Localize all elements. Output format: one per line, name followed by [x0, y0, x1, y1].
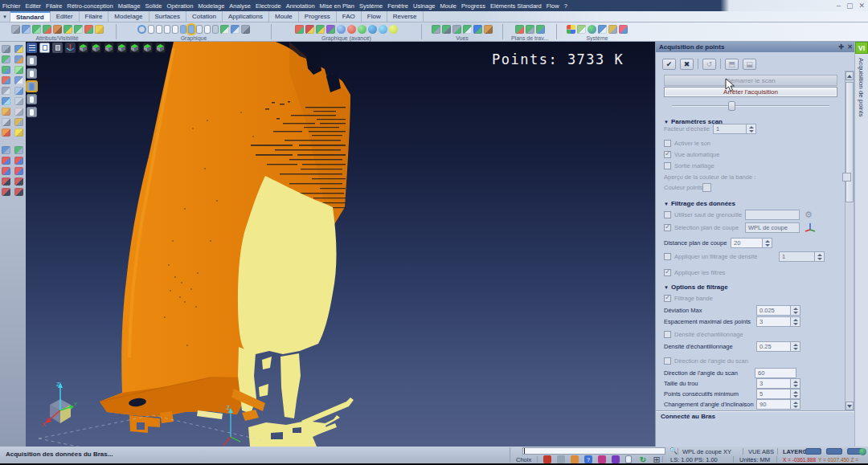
wpl-indicator[interactable]: WPL de coupe XY: [682, 448, 731, 455]
tab-surfaces[interactable]: Surfaces: [149, 11, 187, 22]
help-icon[interactable]: ?: [584, 455, 592, 463]
menu-op-ration[interactable]: Opération: [164, 2, 195, 10]
menu-annotation[interactable]: Annotation: [284, 2, 317, 10]
plane-icon[interactable]: [14, 87, 23, 95]
check-icon[interactable]: [14, 66, 23, 74]
box-icon[interactable]: [14, 97, 23, 105]
gears-icon[interactable]: ⚙: [805, 210, 813, 220]
display-mode-wireframe[interactable]: [27, 55, 37, 66]
panel-scrollbar[interactable]: [845, 71, 854, 411]
view-top-icon[interactable]: [91, 43, 101, 53]
material-blue-icon[interactable]: [337, 25, 346, 34]
copy-icon[interactable]: [557, 455, 565, 463]
menu-progress[interactable]: Progress: [459, 2, 488, 10]
corner-icon[interactable]: [14, 108, 23, 116]
axis-z-icon[interactable]: [2, 167, 10, 175]
display-mode-2-icon[interactable]: [156, 25, 162, 34]
eraser-icon[interactable]: [619, 25, 628, 34]
adv-display-4-icon[interactable]: [326, 25, 335, 34]
spinner-buttons[interactable]: [746, 124, 755, 133]
tab-modelage[interactable]: Modelage: [108, 11, 149, 22]
attributes-icon[interactable]: [53, 25, 62, 34]
checkbox-2[interactable]: [664, 140, 671, 147]
spinner-buttons[interactable]: [814, 252, 824, 261]
checkbox-4[interactable]: [664, 162, 671, 169]
refresh-view-icon[interactable]: [137, 25, 146, 34]
ghost-view-icon[interactable]: [52, 43, 63, 53]
menu-moule[interactable]: Moule: [438, 2, 459, 10]
vector-y-icon[interactable]: [14, 177, 23, 186]
material-earth-icon[interactable]: [379, 25, 387, 34]
screen-icon[interactable]: [598, 25, 607, 34]
display-mode-7-icon[interactable]: [204, 25, 211, 34]
scroll-up-icon[interactable]: [845, 71, 854, 80]
scene-options-icon[interactable]: [241, 25, 250, 34]
frame-icon[interactable]: [2, 55, 10, 63]
checkbox-11[interactable]: [664, 253, 671, 260]
tab-progress[interactable]: Progress: [299, 11, 337, 22]
user-icon[interactable]: [571, 455, 579, 463]
render-attributes-icon[interactable]: [22, 25, 31, 34]
ucs-icon[interactable]: [2, 76, 10, 84]
spinner-buttons[interactable]: [790, 379, 800, 388]
checkbox-9[interactable]: ✓: [664, 224, 671, 231]
view-right-icon[interactable]: [142, 43, 153, 53]
menu-r-tro-conception[interactable]: Rétro-conception: [65, 2, 116, 10]
tab-moule[interactable]: Moule: [269, 11, 299, 22]
checkbox-17[interactable]: [664, 331, 671, 338]
display-mode-active-icon[interactable]: [188, 25, 194, 34]
input-8[interactable]: [745, 210, 800, 220]
adv-display-3-icon[interactable]: [316, 25, 325, 34]
input-20[interactable]: 60: [755, 368, 796, 378]
section-header[interactable]: ▼Filtrage des données: [664, 198, 845, 209]
menu-maillage[interactable]: Maillage: [116, 2, 143, 10]
display-mode-hidden-line[interactable]: [27, 68, 37, 79]
render-ball-icon[interactable]: [612, 455, 620, 463]
axis-x-icon[interactable]: [2, 157, 10, 165]
input-11[interactable]: 1: [779, 251, 825, 262]
grab-icon[interactable]: ⬒: [725, 59, 739, 70]
view-rotate-icon[interactable]: [432, 25, 440, 34]
section-header[interactable]: ▼Options de filtrage: [664, 282, 845, 292]
history-icon[interactable]: [543, 455, 551, 463]
close-icon[interactable]: ✕: [858, 2, 865, 10]
brush-icon[interactable]: [11, 25, 20, 34]
view-zoom-icon[interactable]: [452, 25, 461, 34]
menu-mise-en-plan[interactable]: Mise en Plan: [317, 2, 357, 10]
vector-x-icon[interactable]: [2, 177, 10, 186]
input-1[interactable]: 1: [713, 124, 756, 134]
panel-side-tab[interactable]: Acquisition de points: [858, 58, 865, 116]
input-23[interactable]: 90: [756, 399, 800, 410]
cancel-icon[interactable]: ✖: [680, 59, 694, 70]
pen-icon[interactable]: [14, 76, 23, 84]
layer-indicator[interactable]: LAYER0: [783, 448, 806, 455]
input-10[interactable]: 20: [731, 238, 772, 248]
spinner-buttons[interactable]: [790, 342, 800, 351]
triad-toggle-icon[interactable]: [65, 43, 76, 53]
tab-standard[interactable]: Standard: [10, 11, 51, 22]
wpl-add-icon[interactable]: [515, 25, 524, 34]
display-mode-3-icon[interactable]: [164, 25, 170, 34]
scrollbar-thumb[interactable]: [845, 82, 854, 202]
menu-fichier[interactable]: Fichier: [0, 2, 23, 10]
view-left-icon[interactable]: [129, 43, 140, 53]
shade-green-icon[interactable]: [220, 25, 229, 34]
save-icon[interactable]: ⬓: [743, 59, 756, 70]
menu--[interactable]: ?: [562, 2, 570, 10]
adv-display-1-icon[interactable]: [295, 25, 304, 34]
image-icon[interactable]: [577, 25, 586, 34]
cylinder-icon[interactable]: [625, 455, 632, 463]
checkbox-19[interactable]: [664, 357, 671, 365]
tab-dropdown-icon[interactable]: ▼: [0, 11, 10, 22]
view-target-icon[interactable]: [473, 25, 482, 34]
view-line-icon[interactable]: [463, 25, 472, 34]
stop-acquisition-button[interactable]: Arrêter l'acquisition: [664, 87, 837, 97]
spinner-buttons[interactable]: [790, 400, 800, 409]
vi-badge[interactable]: VI: [855, 42, 868, 54]
trash-icon[interactable]: [2, 118, 10, 126]
command-input[interactable]: [522, 447, 665, 455]
input-15[interactable]: 0.025: [756, 305, 800, 316]
checkbox-12[interactable]: ✓: [664, 269, 671, 276]
input-18[interactable]: 0.25: [756, 341, 800, 352]
spinner-buttons[interactable]: [790, 306, 800, 315]
